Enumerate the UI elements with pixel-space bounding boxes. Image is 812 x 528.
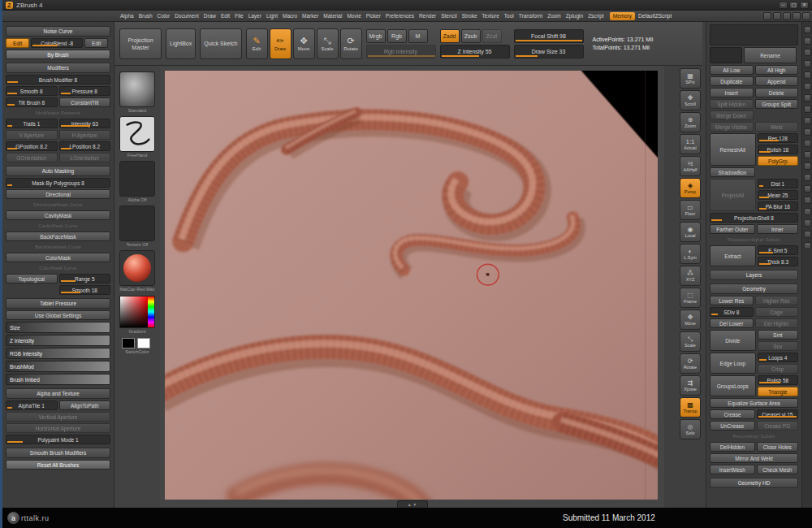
menu-layer[interactable]: Layer xyxy=(246,13,264,19)
gradient-label[interactable]: Gradient xyxy=(114,329,160,335)
slider-mean-25[interactable]: Mean 25 xyxy=(758,190,798,200)
button-delete[interactable]: Delete xyxy=(755,88,799,97)
button-reset-all-brushes[interactable]: Reset All Brushes xyxy=(6,460,110,470)
button-backfacemask[interactable]: BackFaceMask xyxy=(6,232,110,241)
section-geometry-hd[interactable]: Geometry HD xyxy=(710,478,798,488)
transp-shelf-button[interactable]: ▩Transp xyxy=(680,397,701,418)
section-noise-curve[interactable]: Noise Curve xyxy=(6,26,110,37)
button-suv[interactable]: Suv xyxy=(758,341,798,351)
minimize-button[interactable]: – xyxy=(779,2,788,9)
spix-shelf-button[interactable]: ▦SPix xyxy=(680,68,701,89)
secondary-color-swatch[interactable] xyxy=(137,338,150,348)
saturation-value-area[interactable] xyxy=(120,296,148,327)
button-edit[interactable]: Edit xyxy=(6,38,29,48)
button-groupsloops[interactable]: GroupsLoops xyxy=(710,375,756,396)
menu-texture[interactable]: Texture xyxy=(480,13,502,19)
button-weld[interactable]: Weld xyxy=(755,122,799,132)
aahalf-shelf-button[interactable]: ½AAHalf xyxy=(680,156,701,176)
button-remeshall[interactable]: RemeshAll xyxy=(710,133,756,166)
button-del-higher[interactable]: Del Higher xyxy=(755,318,799,328)
menu-light[interactable]: Light xyxy=(264,13,280,19)
menu-file[interactable]: File xyxy=(232,13,245,19)
slider-polish-58[interactable]: Polish 58 xyxy=(758,375,798,385)
button-crease-pg[interactable]: Crease PG xyxy=(757,421,798,431)
button-h-aperture[interactable]: H Aperture xyxy=(59,130,111,140)
actual-shelf-button[interactable]: 1:1Actual xyxy=(680,134,701,154)
button-divide[interactable]: Divide xyxy=(710,330,756,351)
dock-icon[interactable] xyxy=(804,60,811,67)
button-extract[interactable]: Extract xyxy=(710,245,756,266)
menu-zscript[interactable]: Zscript xyxy=(585,13,607,19)
doc-icon[interactable] xyxy=(783,12,791,20)
zcut-button[interactable]: Zcut xyxy=(482,29,502,43)
switchcolor-label[interactable]: SwitchColor xyxy=(114,349,160,355)
slider-pa-blur-18[interactable]: PA Blur 18 xyxy=(758,201,798,211)
menu-marker[interactable]: Marker xyxy=(300,13,321,19)
zsub-button[interactable]: Zsub xyxy=(461,29,481,43)
quick-sketch-button[interactable]: Quick Sketch xyxy=(200,28,241,59)
slider-projectionshell-8[interactable]: ProjectionShell 8 xyxy=(710,213,798,223)
slider-creaselvl-15[interactable]: CreaseLvl 15 xyxy=(757,409,798,419)
button-crisp[interactable]: Crisp xyxy=(758,364,798,374)
button-farther-outer[interactable]: Farther Outer xyxy=(710,224,755,234)
button-edit[interactable]: Edit xyxy=(84,38,108,48)
alpha-thumbnail[interactable] xyxy=(119,161,155,197)
button-v-aperture[interactable]: V Aperture xyxy=(6,130,58,140)
menu-transform[interactable]: Transform xyxy=(516,13,545,19)
button-by-brush[interactable]: By Brush xyxy=(6,50,110,59)
dock-icon[interactable] xyxy=(804,185,811,193)
draw-button[interactable]: ✏ Draw xyxy=(270,28,292,59)
button-merge-visible[interactable]: Merge Visible xyxy=(710,122,754,132)
brush-thumbnail[interactable] xyxy=(119,71,155,107)
slider-brush-modifier-8[interactable]: Brush Modifier 8 xyxy=(6,75,110,84)
dock-icon[interactable] xyxy=(804,49,811,56)
button-cage[interactable]: Cage xyxy=(755,307,799,317)
xyz-shelf-button[interactable]: ⁂XYZ xyxy=(680,266,701,286)
section-tablet-pressure[interactable]: Tablet Pressure xyxy=(6,298,110,309)
solo-shelf-button[interactable]: ◎Solo xyxy=(680,419,701,439)
dock-icon[interactable] xyxy=(804,174,811,181)
menu-stroke[interactable]: Stroke xyxy=(460,13,480,19)
menu-material[interactable]: Material xyxy=(321,13,344,19)
slider-polish-18[interactable]: Polish 18 xyxy=(758,145,798,154)
dock-icon[interactable] xyxy=(804,37,811,45)
menu-brush[interactable]: Brush xyxy=(136,13,155,19)
dock-icon[interactable] xyxy=(804,162,811,170)
panel-icon[interactable] xyxy=(763,12,771,20)
dock-icon[interactable] xyxy=(804,71,811,79)
section-smooth-brush-modifiers[interactable]: Smooth Brush Modifiers xyxy=(6,448,110,458)
slider-sdiv-8[interactable]: SDiv 8 xyxy=(710,307,754,317)
button-colormask[interactable]: ColorMask xyxy=(6,253,110,262)
z-intensity-slider[interactable]: Z Intensity 55 xyxy=(440,45,510,58)
help-icon[interactable] xyxy=(802,12,810,20)
dock-icon[interactable] xyxy=(804,231,811,238)
button-all-low[interactable]: All Low xyxy=(710,65,754,75)
button-insert[interactable]: Insert xyxy=(710,88,754,97)
button-uncrease[interactable]: UnCrease xyxy=(710,421,755,431)
dock-icon[interactable] xyxy=(804,106,811,113)
button-append[interactable]: Append xyxy=(755,76,799,86)
slider-smooth-8[interactable]: Smooth 8 xyxy=(6,86,58,96)
slider-lposition-8-2[interactable]: LPosition 8.2 xyxy=(59,141,111,151)
button-del-lower[interactable]: Del Lower xyxy=(710,318,754,328)
button-gorientation[interactable]: GOrientation xyxy=(6,153,58,162)
button-lorientation[interactable]: LOrientation xyxy=(59,153,111,162)
zoom-shelf-button[interactable]: ⊕Zoom xyxy=(680,112,701,132)
section-alpha-and-texture[interactable]: Alpha and Texture xyxy=(6,388,110,399)
curve-size[interactable]: Size xyxy=(6,322,110,333)
button-insertmesh[interactable]: InsertMesh xyxy=(710,465,755,474)
menu-zoom[interactable]: Zoom xyxy=(545,13,564,19)
button-split-hidden[interactable]: Split Hidden xyxy=(710,99,754,109)
slider-range-5[interactable]: Range 5 xyxy=(59,274,111,283)
menu-alpha[interactable]: Alpha xyxy=(118,13,136,19)
button-mirror-and-weld[interactable]: Mirror And Weld xyxy=(710,453,798,463)
rgb-button[interactable]: Rgb xyxy=(387,29,407,43)
lightbox-button[interactable]: LightBox xyxy=(166,28,196,59)
projection-master-button[interactable]: Projection Master xyxy=(119,28,162,59)
section-geometry[interactable]: Geometry xyxy=(710,283,798,294)
slider-dist-1[interactable]: Dist 1 xyxy=(758,179,798,188)
memory-badge[interactable]: Memory xyxy=(610,12,635,20)
slider-colorblend-8[interactable]: ColorBlend -8 xyxy=(31,38,83,48)
stroke-thumbnail[interactable] xyxy=(119,116,155,152)
focal-shift-slider[interactable]: Focal Shift 98 xyxy=(514,29,584,43)
